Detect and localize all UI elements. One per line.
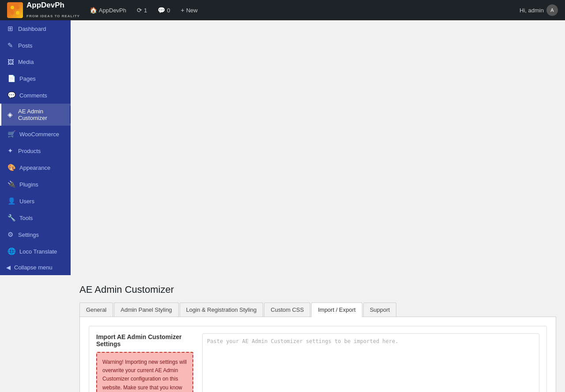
ae-admin-icon: ◈ bbox=[8, 111, 15, 119]
dashboard-icon: ⊞ bbox=[8, 25, 15, 33]
sidebar-item-label: Products bbox=[18, 148, 41, 154]
svg-point-1 bbox=[16, 6, 19, 9]
tab-general[interactable]: General bbox=[79, 302, 113, 317]
collapse-icon: ◀ bbox=[6, 264, 11, 271]
import-right: Import Setting bbox=[202, 333, 539, 392]
svg-point-3 bbox=[16, 11, 19, 15]
main-content: AE Admin Customizer General Admin Panel … bbox=[71, 275, 565, 392]
import-inner: Import AE Admin Customizer Settings Warn… bbox=[89, 326, 546, 392]
pages-icon: 📄 bbox=[8, 75, 16, 82]
user-area: Hi, admin A bbox=[520, 4, 558, 16]
topbar-new[interactable]: + New bbox=[178, 5, 200, 15]
sidebar-item-products[interactable]: ✦ Products bbox=[0, 142, 71, 159]
sidebar-collapse-arrow[interactable]: ◀ bbox=[70, 106, 71, 123]
import-section: Import AE Admin Customizer Settings Warn… bbox=[89, 326, 547, 392]
topbar-comments[interactable]: 💬 0 bbox=[155, 5, 173, 15]
topbar-nav: 🏠 AppDevPh ⟳ 1 💬 0 + New bbox=[87, 5, 512, 15]
home-icon: 🏠 bbox=[90, 7, 97, 14]
updates-icon: ⟳ bbox=[137, 7, 142, 14]
comments-icon: 💬 bbox=[158, 7, 165, 14]
topbar-updates[interactable]: ⟳ 1 bbox=[134, 5, 150, 15]
page-title: AE Admin Customizer bbox=[79, 284, 556, 295]
sidebar-item-label: Appearance bbox=[19, 164, 50, 171]
sidebar-item-plugins[interactable]: 🔌 Plugins bbox=[0, 176, 71, 193]
import-left: Import AE Admin Customizer Settings Warn… bbox=[96, 333, 193, 392]
avatar: A bbox=[546, 4, 558, 16]
tab-content: Import AE Admin Customizer Settings Warn… bbox=[79, 317, 556, 392]
settings-icon: ⚙ bbox=[8, 231, 15, 239]
tabs-bar: General Admin Panel Styling Login & Regi… bbox=[79, 302, 556, 317]
sidebar-item-label: Settings bbox=[18, 231, 39, 238]
svg-point-2 bbox=[11, 11, 14, 15]
sidebar-item-label: AE Admin Customizer bbox=[18, 108, 64, 121]
sidebar: ⊞ Dashboard ✎ Posts 🖼 Media 📄 Pages 💬 Co… bbox=[0, 20, 71, 275]
sidebar-item-posts[interactable]: ✎ Posts bbox=[0, 37, 71, 54]
sidebar-item-woocommerce[interactable]: 🛒 WooCommerce bbox=[0, 126, 71, 142]
sidebar-item-label: Tools bbox=[19, 215, 33, 221]
import-title: Import AE Admin Customizer Settings bbox=[96, 333, 193, 347]
posts-icon: ✎ bbox=[8, 41, 15, 49]
sidebar-item-dashboard[interactable]: ⊞ Dashboard bbox=[0, 20, 71, 37]
sidebar-collapse-button[interactable]: ◀ Collapse menu bbox=[0, 260, 71, 275]
import-textarea[interactable] bbox=[202, 333, 539, 392]
sidebar-item-pages[interactable]: 📄 Pages bbox=[0, 70, 71, 87]
topbar: AppDevPh FROM IDEAS TO REALITY 🏠 AppDevP… bbox=[0, 0, 565, 20]
sidebar-item-label: Media bbox=[18, 59, 34, 65]
sidebar-item-tools[interactable]: 🔧 Tools bbox=[0, 209, 71, 226]
sidebar-item-users[interactable]: 👤 Users bbox=[0, 193, 71, 209]
tab-custom-css[interactable]: Custom CSS bbox=[264, 302, 310, 317]
sidebar-item-label: Posts bbox=[18, 42, 33, 49]
sidebar-item-settings[interactable]: ⚙ Settings bbox=[0, 226, 71, 243]
sidebar-item-label: Dashboard bbox=[18, 26, 46, 32]
logo-subtext: FROM IDEAS TO REALITY bbox=[26, 14, 80, 18]
topbar-home[interactable]: 🏠 AppDevPh bbox=[87, 5, 129, 15]
appearance-icon: 🎨 bbox=[8, 164, 16, 172]
logo-area: AppDevPh FROM IDEAS TO REALITY bbox=[7, 1, 80, 19]
products-icon: ✦ bbox=[8, 147, 15, 155]
logo-text: AppDevPh bbox=[26, 1, 80, 10]
import-warning: Warning! Importing new settings will ove… bbox=[96, 352, 193, 392]
logo-icon bbox=[7, 2, 23, 18]
sidebar-item-ae-admin[interactable]: ◈ AE Admin Customizer ◀ bbox=[0, 104, 71, 126]
woocommerce-icon: 🛒 bbox=[8, 130, 16, 138]
comments-sidebar-icon: 💬 bbox=[8, 91, 16, 99]
sidebar-item-media[interactable]: 🖼 Media bbox=[0, 54, 71, 70]
sidebar-item-loco[interactable]: 🌐 Loco Translate bbox=[0, 243, 71, 260]
plus-icon: + bbox=[181, 7, 184, 14]
loco-icon: 🌐 bbox=[8, 247, 16, 255]
sidebar-item-label: Loco Translate bbox=[19, 248, 57, 255]
users-icon: 👤 bbox=[8, 197, 16, 205]
tab-import-export[interactable]: Import / Export bbox=[311, 302, 362, 317]
tab-admin-panel[interactable]: Admin Panel Styling bbox=[114, 302, 178, 317]
sidebar-item-appearance[interactable]: 🎨 Appearance bbox=[0, 159, 71, 176]
media-icon: 🖼 bbox=[8, 58, 15, 66]
sidebar-item-label: Plugins bbox=[19, 181, 38, 188]
logo-text-block: AppDevPh FROM IDEAS TO REALITY bbox=[26, 1, 80, 19]
sidebar-item-label: Pages bbox=[19, 75, 36, 82]
tab-login-reg[interactable]: Login & Registration Styling bbox=[180, 302, 264, 317]
sidebar-item-comments[interactable]: 💬 Comments bbox=[0, 87, 71, 104]
svg-point-0 bbox=[11, 6, 14, 9]
sidebar-item-label: WooCommerce bbox=[19, 131, 59, 138]
sidebar-item-label: Users bbox=[19, 198, 34, 205]
tools-icon: 🔧 bbox=[8, 214, 16, 222]
sidebar-item-label: Comments bbox=[19, 92, 47, 99]
tab-support[interactable]: Support bbox=[363, 302, 397, 317]
plugins-icon: 🔌 bbox=[8, 180, 16, 188]
